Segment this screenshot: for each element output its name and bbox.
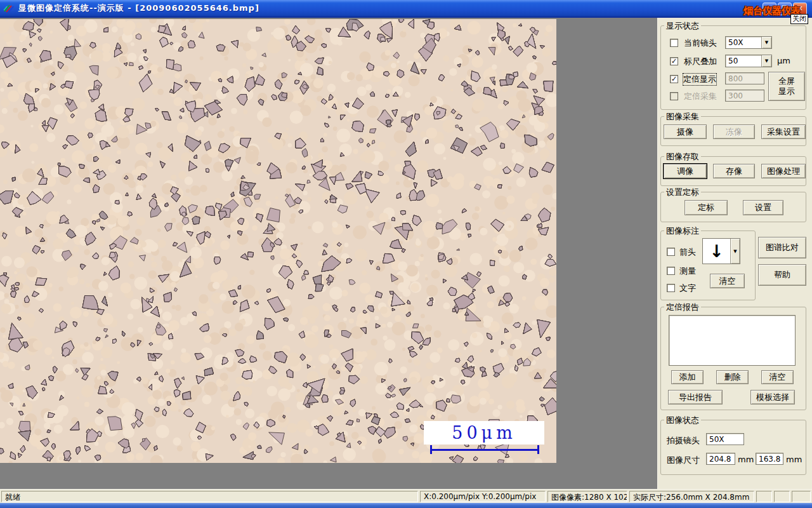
fixed-capture-label: 定倍采集	[684, 91, 717, 102]
image-width-unit: mm	[738, 455, 754, 464]
report-add-button[interactable]: 添加	[671, 370, 704, 384]
group-annotation-title: 图像标注	[664, 225, 701, 237]
current-lens-combo[interactable]: 50X ▼	[725, 36, 772, 49]
fixed-display-label: 定倍显示	[683, 74, 716, 85]
group-report-title: 定倍报告	[664, 302, 701, 313]
restore-button[interactable]: ❐	[778, 3, 792, 15]
report-listbox[interactable]	[669, 315, 796, 366]
fixed-display-field: 800	[725, 72, 764, 84]
close-tooltip: 关闭	[790, 14, 808, 24]
shoot-button[interactable]: 摄像	[664, 124, 707, 139]
ruler-unit-label: μm	[777, 56, 790, 65]
current-lens-label: 当前镜头	[684, 37, 717, 49]
help-button[interactable]: 帮助	[758, 264, 806, 286]
report-clear-button[interactable]: 清空	[761, 370, 794, 384]
load-image-button[interactable]: 调像	[664, 164, 707, 178]
report-delete-button[interactable]: 删除	[716, 370, 749, 384]
image-size-label: 图像尺寸	[667, 455, 700, 466]
close-button[interactable]: ✕	[793, 3, 807, 15]
image-process-button[interactable]: 图像处理	[761, 164, 806, 178]
chevron-down-icon[interactable]: ▼	[761, 55, 771, 67]
fullscreen-button[interactable]: 全屏 显示	[768, 72, 805, 101]
measure-label: 测量	[679, 265, 696, 277]
group-capture-title: 图像采集	[664, 111, 701, 123]
calibration-setup-button[interactable]: 设置	[743, 200, 783, 215]
template-select-button[interactable]: 模板选择	[750, 390, 795, 404]
atlas-compare-button[interactable]: 图谱比对	[758, 237, 806, 258]
text-checkbox[interactable]	[667, 284, 675, 292]
status-empty-2	[774, 491, 790, 502]
status-scale: X:0.200μm/pix Y:0.200μm/pix	[420, 491, 546, 502]
scale-bar-text: 50μm	[452, 423, 516, 443]
minimize-button[interactable]: _	[763, 3, 776, 15]
down-arrow-icon: ↓	[703, 239, 730, 264]
group-display-status-title: 显示状态	[664, 20, 701, 32]
control-panel: 显示状态 当前镜头 50X ▼ ✓ 标尺叠加 50 ▼ μm ✓ 定倍显示 80…	[657, 18, 812, 489]
image-width-field: 204.8	[706, 453, 735, 465]
chevron-down-icon[interactable]: ▼	[761, 37, 771, 48]
group-calibration: 设置定标	[660, 192, 806, 222]
window-title: 显微图像定倍系统--演示版 - [20090602055646.bmp]	[18, 3, 259, 14]
status-bar: 就绪 X:0.200μm/pix Y:0.200μm/pix 图像像素:1280…	[0, 489, 812, 503]
group-image-status-title: 图像状态	[664, 415, 701, 426]
freeze-button: 冻像	[713, 124, 755, 139]
fixed-display-checkbox[interactable]: ✓	[670, 75, 678, 83]
status-empty-1	[756, 491, 772, 502]
ruler-overlay-checkbox[interactable]: ✓	[670, 57, 678, 65]
fixed-capture-checkbox	[670, 92, 678, 100]
scale-bar-label-box: 50μm	[424, 421, 544, 444]
capture-settings-button[interactable]: 采集设置	[761, 124, 806, 139]
arrow-label: 箭头	[679, 246, 696, 258]
export-report-button[interactable]: 导出报告	[668, 390, 723, 404]
shoot-lens-field: 50X	[706, 433, 744, 445]
image-height-unit: mm	[786, 455, 802, 464]
status-empty-3	[792, 491, 811, 502]
calibrate-button[interactable]: 定标	[684, 200, 728, 215]
micrograph-canvas[interactable]	[0, 19, 556, 463]
ruler-value-combo[interactable]: 50 ▼	[725, 55, 772, 67]
micrograph-image[interactable]: 50μm	[0, 19, 556, 463]
status-actual-size: 实际尺寸:256.0mm X 204.8mm	[629, 491, 754, 502]
arrow-style-combo[interactable]: ↓ ▼	[702, 238, 740, 264]
status-ready: 就绪	[1, 491, 418, 502]
save-image-button[interactable]: 存像	[713, 164, 755, 178]
scale-bar-line	[430, 445, 539, 454]
ruler-overlay-label: 标尺叠加	[684, 56, 717, 67]
chevron-down-icon[interactable]: ▼	[730, 239, 740, 264]
status-pixels: 图像像素:1280 X 1024	[547, 491, 627, 502]
app-icon	[3, 3, 15, 13]
fixed-capture-field: 300	[725, 90, 764, 102]
arrow-checkbox[interactable]	[667, 248, 675, 256]
group-calibration-title: 设置定标	[664, 187, 701, 198]
annotation-clear-button[interactable]: 清空	[710, 274, 745, 288]
shoot-lens-label: 拍摄镜头	[667, 435, 700, 446]
client-area: 50μm 显示状态 当前镜头 50X ▼ ✓ 标尺叠加 50 ▼ μm ✓ 定倍…	[0, 18, 812, 489]
taskbar-edge	[0, 503, 812, 508]
current-lens-checkbox[interactable]	[670, 39, 678, 47]
group-image-status: 图像状态	[660, 420, 806, 475]
image-height-field: 163.8	[756, 453, 783, 465]
text-label: 文字	[679, 283, 696, 294]
group-storage-title: 图像存取	[664, 151, 701, 163]
title-bar: 显微图像定倍系统--演示版 - [20090602055646.bmp] _ ❐…	[0, 0, 812, 18]
measure-checkbox[interactable]	[667, 267, 675, 275]
